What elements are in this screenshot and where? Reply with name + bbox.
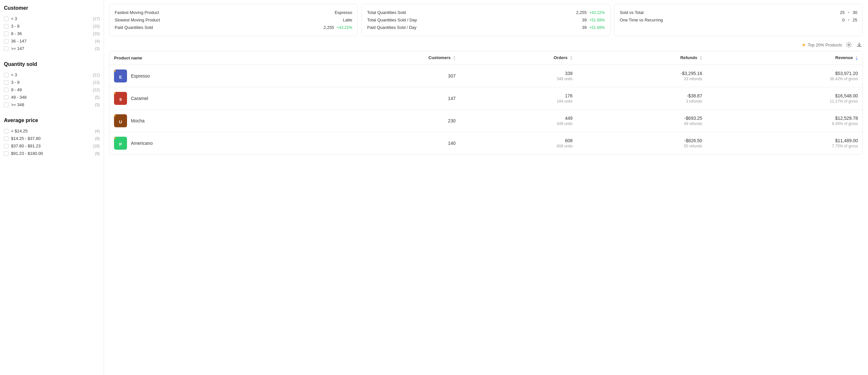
filter-item-left: < $14.25 [4,129,28,133]
quantity-sold-filter-title: Quantity sold [4,61,100,67]
refunds-cell: -$38.87 3 refunds [577,87,707,109]
customer-filter-section: Customer < 3 (17) 3 - 8 (10) 8 - 36 (1 [4,5,100,52]
total-qty-day-label: Total Quantities Sold / Day [367,18,417,23]
orders-sort-icon: ▲▼ [570,56,573,61]
filter-item[interactable]: $37.80 - $91.23 (18) [4,142,100,150]
revenue-sub: 7.75% of gross [711,144,858,148]
orders-cell: 608 608 units [460,132,577,154]
col-orders[interactable]: Orders ▲▼ [460,51,577,65]
sold-vs-total-v2: 30 [853,10,857,15]
filter-checkbox[interactable] [4,144,8,148]
orders-cell: 339 348 units [460,65,577,87]
filter-checkbox[interactable] [4,73,8,77]
sold-vs-total-v1: 25 [840,10,844,15]
col-product-name[interactable]: Product name [110,51,309,65]
filter-count: (4) [95,39,100,43]
filter-label: 8 - 36 [11,31,22,36]
orders-cell: 176 184 units [460,87,577,109]
one-time-label: One Time vs Recurring [620,18,663,23]
total-qty-day-group: 39 +51.69% [582,18,604,23]
filter-count: (9) [95,136,100,141]
filter-label: 9 - 49 [11,87,22,92]
filter-label: $14.25 - $37.80 [11,136,41,141]
col-revenue[interactable]: Revenue ▲▼ [707,51,863,65]
refunds-cell: -$826.50 55 refunds [577,132,707,154]
customer-filter-title: Customer [4,5,100,11]
filter-count: (5) [95,95,100,100]
filter-item[interactable]: $14.25 - $37.80 (9) [4,135,100,142]
filter-item[interactable]: 36 - 147 (4) [4,37,100,45]
paid-qty-change: +43.22% [337,25,352,30]
product-image: ★ 9 [114,92,127,105]
orders-value: 176 [465,93,572,98]
quantity-sold-filter-section: Quantity sold < 3 (11) 3 - 9 (13) 9 - 49 [4,61,100,108]
product-table: Product name Customers ▲▼ Orders ▲▼ [109,51,863,155]
download-icon[interactable] [856,41,863,48]
revenue-sub: 8.45% of gross [711,122,858,126]
filter-item-left: $91.23 - $180.00 [4,151,43,156]
revenue-value: $53,971.20 [711,71,858,76]
filter-item-left: >= 147 [4,46,24,51]
average-price-filter-title: Average price [4,117,100,124]
product-image: ★ U [114,114,127,127]
filter-checkbox[interactable] [4,129,8,133]
filter-item[interactable]: 8 - 36 (10) [4,30,100,37]
total-qty-value: 2,255 [576,10,587,15]
revenue-value: $12,529.78 [711,115,858,121]
paid-qty-day-change: +51.69% [589,25,605,30]
star-icon: ★ [802,42,806,47]
filter-item[interactable]: >= 348 (3) [4,101,100,108]
filter-checkbox[interactable] [4,151,8,156]
filter-count: (13) [93,80,100,85]
filter-checkbox[interactable] [4,39,8,43]
filter-checkbox[interactable] [4,103,8,107]
sold-vs-total-label: Sold vs Total [620,10,644,15]
revenue-cell: $16,548.00 11.17% of gross [707,87,863,109]
filter-item[interactable]: < $14.25 (4) [4,127,100,135]
total-qty-label: Total Quantities Sold [367,10,406,15]
filter-item-left: 36 - 147 [4,39,27,43]
sold-vs-total-group: 25 • 30 [840,10,857,15]
top20-label: Top 20% Products [808,42,842,47]
orders-value: 608 [465,138,572,143]
filter-item[interactable]: >= 147 (3) [4,45,100,52]
filter-item-left: 3 - 8 [4,24,20,29]
filter-item[interactable]: 3 - 9 (13) [4,78,100,86]
filter-checkbox[interactable] [4,95,8,100]
table-toolbar: ★ Top 20% Products [109,41,863,48]
filter-label: >= 348 [11,102,24,107]
customers-value: 147 [313,96,456,101]
top20-badge[interactable]: ★ Top 20% Products [802,42,842,47]
filter-item[interactable]: 3 - 8 (10) [4,23,100,30]
filter-checkbox[interactable] [4,24,8,29]
filter-item-left: 8 - 36 [4,31,22,36]
table-row: ★ E Espresso 307 339 348 units -$3,295.1… [110,65,863,87]
orders-sub: 348 units [465,77,572,81]
product-star-icon: ★ [114,69,117,73]
product-star-icon: ★ [114,114,117,118]
settings-icon[interactable] [845,41,852,48]
refunds-sub: 55 refunds [582,144,702,148]
filter-checkbox[interactable] [4,46,8,51]
filter-item[interactable]: < 3 (11) [4,71,100,78]
filter-checkbox[interactable] [4,80,8,85]
filter-item[interactable]: $91.23 - $180.00 (9) [4,150,100,157]
stats-card-3: Sold vs Total 25 • 30 One Time vs Recurr… [614,4,863,36]
filter-item[interactable]: 49 - 348 (5) [4,94,100,101]
filter-item-left: 49 - 348 [4,95,27,100]
filter-item-left: $37.80 - $91.23 [4,143,41,148]
filter-label: $37.80 - $91.23 [11,143,41,148]
filter-checkbox[interactable] [4,32,8,36]
product-name: Espresso [131,73,150,78]
fastest-value: Espresso [335,10,352,15]
product-cell: ★ P Americano [110,132,309,154]
col-refunds[interactable]: Refunds ▲▼ [577,51,707,65]
product-image: ★ P [114,137,127,150]
filter-checkbox[interactable] [4,16,8,21]
filter-checkbox[interactable] [4,88,8,92]
filter-item[interactable]: 9 - 49 (12) [4,86,100,94]
filter-item[interactable]: < 3 (17) [4,15,100,23]
filter-checkbox[interactable] [4,136,8,141]
filter-count: (12) [93,88,100,92]
col-customers[interactable]: Customers ▲▼ [309,51,460,65]
